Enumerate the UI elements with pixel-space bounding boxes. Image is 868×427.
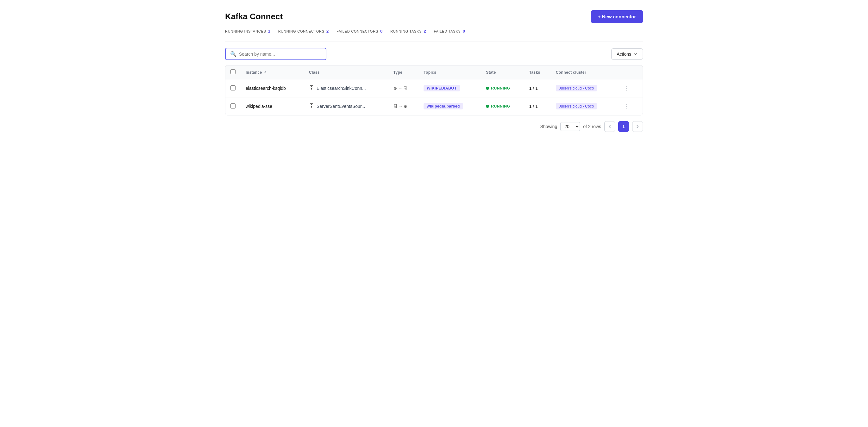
col-cluster: Connect cluster: [551, 65, 615, 79]
state-1: RUNNING: [481, 79, 524, 97]
stat-value-running-connectors: 2: [327, 29, 329, 34]
per-page-select[interactable]: 20 50 100: [560, 122, 580, 131]
cluster-1: Julien's cloud - Coco: [551, 79, 615, 97]
db-icon-2: 🗄: [309, 103, 314, 109]
stat-value-failed-tasks: 0: [463, 29, 465, 34]
col-instance[interactable]: Instance: [241, 65, 304, 79]
stat-running-instances: RUNNING INSTANCES 1: [225, 29, 271, 34]
row-actions-1[interactable]: ⋮: [615, 79, 643, 97]
topics-2: wikipedia.parsed: [418, 97, 481, 116]
search-box[interactable]: 🔍: [225, 48, 327, 60]
table-row: wikipedia-sse 🗄 ServerSentEventsSour... …: [225, 97, 643, 116]
of-rows-label: of 2 rows: [583, 124, 601, 129]
table-row: elasticsearch-ksqldb 🗄 ElasticsearchSink…: [225, 79, 643, 97]
db-source-icon: 🗄: [394, 104, 398, 109]
stat-failed-connectors: FAILED CONNECTORS 0: [337, 29, 383, 34]
chevron-left-icon: [608, 124, 612, 129]
stat-label-failed-tasks: FAILED TASKS: [434, 29, 461, 33]
cluster-2: Julien's cloud - Coco: [551, 97, 615, 116]
sort-icon: [264, 70, 267, 74]
stat-running-tasks: RUNNING TASKS 2: [390, 29, 426, 34]
state-dot-2: [486, 105, 489, 108]
next-page-button[interactable]: [632, 121, 643, 132]
select-all-checkbox-cell[interactable]: [225, 65, 241, 79]
row-checkbox-1[interactable]: [230, 86, 236, 91]
state-dot-1: [486, 87, 489, 90]
pagination-row: Showing 20 50 100 of 2 rows 1: [225, 121, 643, 132]
search-input[interactable]: [239, 52, 321, 57]
row-actions-2[interactable]: ⋮: [615, 97, 643, 116]
instance-name-2: wikipedia-sse: [241, 97, 304, 116]
stat-failed-tasks: FAILED TASKS 0: [434, 29, 465, 34]
chevron-right-icon: [635, 124, 640, 129]
stats-row: RUNNING INSTANCES 1 RUNNING CONNECTORS 2…: [225, 29, 643, 34]
tasks-2: 1 / 1: [524, 97, 551, 116]
instance-name-1: elasticsearch-ksqldb: [241, 79, 304, 97]
stat-label-running-instances: RUNNING INSTANCES: [225, 29, 266, 33]
stat-label-failed-connectors: FAILED CONNECTORS: [337, 29, 378, 33]
stat-value-running-instances: 1: [268, 29, 271, 34]
row-checkbox-cell-1[interactable]: [225, 79, 241, 97]
stat-label-running-tasks: RUNNING TASKS: [390, 29, 422, 33]
showing-label: Showing: [540, 124, 557, 129]
connectors-table: Instance Class Type Topics State Tasks C…: [225, 65, 643, 116]
prev-page-button[interactable]: [604, 121, 615, 132]
col-tasks: Tasks: [524, 65, 551, 79]
more-actions-button-2[interactable]: ⋮: [620, 102, 632, 111]
section-divider: [225, 41, 643, 41]
class-name-2: 🗄 ServerSentEventsSour...: [304, 97, 389, 116]
col-topics: Topics: [418, 65, 481, 79]
source-icon: ⚙: [404, 104, 407, 109]
chevron-down-icon: [633, 52, 638, 56]
stat-running-connectors: RUNNING CONNECTORS 2: [278, 29, 329, 34]
tasks-1: 1 / 1: [524, 79, 551, 97]
db-icon-1: 🗄: [309, 86, 314, 91]
topics-1: WIKIPEDIABOT: [418, 79, 481, 97]
stat-label-running-connectors: RUNNING CONNECTORS: [278, 29, 324, 33]
sink-icon: ⚙: [394, 86, 397, 91]
col-state: State: [481, 65, 524, 79]
type-1: ⚙ → 🗄: [389, 79, 419, 97]
row-checkbox-cell-2[interactable]: [225, 97, 241, 116]
class-name-1: 🗄 ElasticsearchSinkConn...: [304, 79, 389, 97]
state-2: RUNNING: [481, 97, 524, 116]
page-title: Kafka Connect: [225, 12, 283, 22]
select-all-checkbox[interactable]: [230, 69, 236, 74]
toolbar: 🔍 Actions: [225, 48, 643, 60]
table-header-row: Instance Class Type Topics State Tasks C…: [225, 65, 643, 79]
row-checkbox-2[interactable]: [230, 103, 236, 108]
actions-button[interactable]: Actions: [611, 48, 643, 60]
type-2: 🗄 → ⚙: [389, 97, 419, 116]
stat-value-failed-connectors: 0: [380, 29, 383, 34]
col-type: Type: [389, 65, 419, 79]
col-class: Class: [304, 65, 389, 79]
db-sink-icon: 🗄: [403, 86, 407, 91]
stat-value-running-tasks: 2: [424, 29, 426, 34]
more-actions-button-1[interactable]: ⋮: [620, 84, 632, 93]
col-actions: [615, 65, 643, 79]
page-1-button[interactable]: 1: [618, 121, 629, 132]
new-connector-button[interactable]: + New connector: [591, 10, 643, 23]
search-icon: 🔍: [230, 51, 237, 57]
